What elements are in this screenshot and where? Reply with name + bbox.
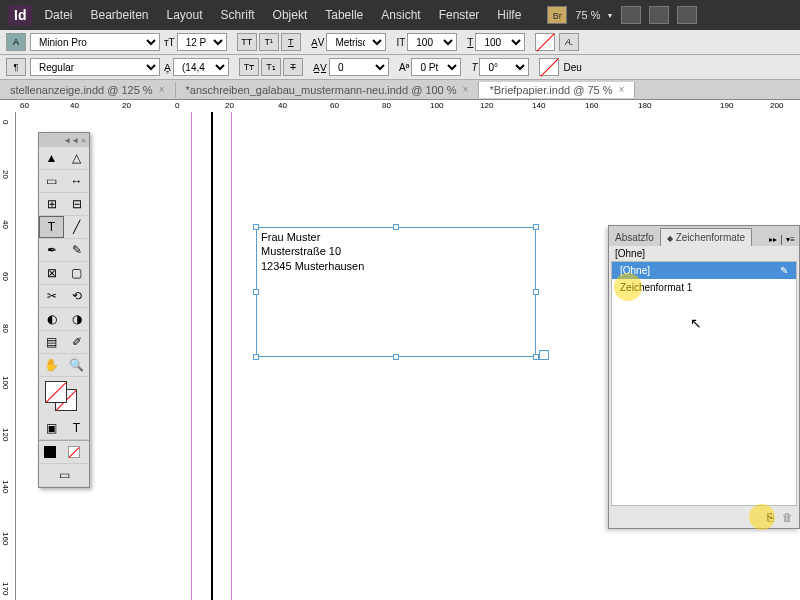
rectangle-tool[interactable]: ▢ bbox=[64, 262, 89, 284]
gradient-feather-tool[interactable]: ◑ bbox=[64, 308, 89, 330]
fill-swatch[interactable] bbox=[535, 33, 555, 51]
pencil-tool[interactable]: ✎ bbox=[64, 239, 89, 261]
resize-handle[interactable] bbox=[393, 224, 399, 230]
resize-handle[interactable] bbox=[253, 224, 259, 230]
vscale-icon: T bbox=[467, 37, 473, 48]
menu-layout[interactable]: Layout bbox=[167, 8, 203, 22]
document-tabs: stellenanzeige.indd @ 125 %× *anschreibe… bbox=[0, 80, 800, 100]
font-family-select[interactable]: Minion Pro bbox=[30, 33, 160, 51]
panel-menu-icon[interactable]: ▸▸ │ ▾≡ bbox=[765, 233, 799, 246]
style-none[interactable]: [Ohne]✎ bbox=[612, 262, 796, 279]
hand-tool[interactable]: ✋ bbox=[39, 354, 64, 376]
menu-object[interactable]: Objekt bbox=[273, 8, 308, 22]
tab-0[interactable]: stellenanzeige.indd @ 125 %× bbox=[0, 82, 176, 98]
apply-black-icon[interactable] bbox=[44, 446, 56, 458]
language-select[interactable]: Deu bbox=[563, 62, 581, 73]
current-style-label: [Ohne] bbox=[609, 246, 799, 261]
kerning-select[interactable]: Metrisch bbox=[326, 33, 386, 51]
underline-icon[interactable]: T bbox=[281, 33, 301, 51]
baseline-select[interactable]: 0 Pt bbox=[411, 58, 461, 76]
tracking-icon: A̲V̲ bbox=[313, 62, 327, 73]
gradient-swatch-tool[interactable]: ◐ bbox=[39, 308, 64, 330]
resize-handle[interactable] bbox=[253, 289, 259, 295]
panel-footer: ⎘ 🗑 bbox=[609, 506, 799, 528]
resize-handle[interactable] bbox=[393, 354, 399, 360]
menu-file[interactable]: Datei bbox=[44, 8, 72, 22]
frame-text[interactable]: Frau Muster Musterstraße 10 12345 Muster… bbox=[257, 228, 535, 275]
vscale-select[interactable]: 100 % bbox=[475, 33, 525, 51]
content-placer-tool[interactable]: ⊟ bbox=[64, 193, 89, 215]
resize-handle[interactable] bbox=[533, 224, 539, 230]
app-logo: Id bbox=[8, 5, 32, 25]
close-icon[interactable]: × bbox=[159, 84, 165, 95]
margin-guide bbox=[231, 112, 232, 600]
menu-view[interactable]: Ansicht bbox=[381, 8, 420, 22]
panel-grip[interactable]: ◄◄ × bbox=[39, 133, 89, 147]
leading-icon: A͇ bbox=[164, 62, 171, 73]
eyedropper-tool[interactable]: ✐ bbox=[64, 331, 89, 353]
vertical-ruler[interactable]: 020 4060 80100 120140 160170 bbox=[0, 112, 16, 600]
content-collector-tool[interactable]: ⊞ bbox=[39, 193, 64, 215]
hscale-select[interactable]: 100 % bbox=[407, 33, 457, 51]
strike-icon[interactable]: T bbox=[283, 58, 303, 76]
direct-selection-tool[interactable]: △ bbox=[64, 147, 89, 169]
view-mode-icon[interactable]: ▭ bbox=[39, 464, 89, 486]
note-tool[interactable]: ▤ bbox=[39, 331, 64, 353]
subscript-icon[interactable]: T₁ bbox=[261, 58, 281, 76]
line-tool[interactable]: ╱ bbox=[64, 216, 89, 238]
style-zeichenformat-1[interactable]: Zeichenformat 1 bbox=[612, 279, 796, 296]
free-transform-tool[interactable]: ⟲ bbox=[64, 285, 89, 307]
leading-select[interactable]: (14,4 Pt) bbox=[173, 58, 229, 76]
font-style-select[interactable]: Regular bbox=[30, 58, 160, 76]
text-frame[interactable]: Frau Muster Musterstraße 10 12345 Muster… bbox=[256, 227, 536, 357]
gap-tool[interactable]: ↔ bbox=[64, 170, 89, 192]
font-size-select[interactable]: 12 Pt bbox=[177, 33, 227, 51]
apply-color-icon[interactable]: ▣ bbox=[39, 417, 64, 439]
charstyle-icon[interactable]: A. bbox=[559, 33, 579, 51]
close-icon[interactable]: × bbox=[463, 84, 469, 95]
kerning-icon: A̲V bbox=[311, 37, 325, 48]
menu-help[interactable]: Hilfe bbox=[497, 8, 521, 22]
screen-mode-icon[interactable] bbox=[621, 6, 641, 24]
fill-stroke-swatch[interactable] bbox=[41, 379, 87, 415]
apply-none-icon[interactable] bbox=[61, 441, 86, 463]
zoom-level[interactable]: 75 %▼ bbox=[575, 9, 613, 21]
tab-1[interactable]: *anschreiben_galabau_mustermann-neu.indd… bbox=[176, 82, 480, 98]
character-styles-tab[interactable]: ◆ Zeichenformate bbox=[660, 228, 752, 246]
superscript-icon[interactable]: T¹ bbox=[259, 33, 279, 51]
page-tool[interactable]: ▭ bbox=[39, 170, 64, 192]
close-icon[interactable]: × bbox=[619, 84, 625, 95]
edit-icon[interactable]: ✎ bbox=[780, 265, 788, 276]
selection-tool[interactable]: ▲ bbox=[39, 147, 64, 169]
char-mode-icon[interactable]: A bbox=[6, 33, 26, 51]
resize-handle[interactable] bbox=[253, 354, 259, 360]
paragraph-styles-tab[interactable]: Absatzfo bbox=[609, 229, 660, 246]
delete-style-icon[interactable]: 🗑 bbox=[782, 511, 793, 523]
arrange-icon[interactable] bbox=[649, 6, 669, 24]
tab-2[interactable]: *Briefpapier.indd @ 75 %× bbox=[479, 82, 635, 98]
allcaps-icon[interactable]: TT bbox=[237, 33, 257, 51]
resize-handle[interactable] bbox=[533, 289, 539, 295]
rectangle-frame-tool[interactable]: ⊠ bbox=[39, 262, 64, 284]
pen-tool[interactable]: ✒ bbox=[39, 239, 64, 261]
styles-list: [Ohne]✎ Zeichenformat 1 bbox=[611, 261, 797, 506]
bridge-icon[interactable]: Br bbox=[547, 6, 567, 24]
menu-type[interactable]: Schrift bbox=[221, 8, 255, 22]
zoom-tool[interactable]: 🔍 bbox=[64, 354, 89, 376]
smallcaps-icon[interactable]: Tᴛ bbox=[239, 58, 259, 76]
menu-edit[interactable]: Bearbeiten bbox=[90, 8, 148, 22]
scissors-tool[interactable]: ✂ bbox=[39, 285, 64, 307]
para-mode-icon[interactable]: ¶ bbox=[6, 58, 26, 76]
menu-window[interactable]: Fenster bbox=[439, 8, 480, 22]
apply-text-icon[interactable]: T bbox=[64, 417, 89, 439]
menu-table[interactable]: Tabelle bbox=[325, 8, 363, 22]
out-port-icon[interactable] bbox=[539, 350, 549, 360]
workspace-icon[interactable] bbox=[677, 6, 697, 24]
control-bar-1: A Minion Pro тT 12 Pt TT T¹ T A̲V Metris… bbox=[0, 30, 800, 55]
baseline-icon: Aª bbox=[399, 62, 409, 73]
stroke-swatch[interactable] bbox=[539, 58, 559, 76]
skew-select[interactable]: 0° bbox=[479, 58, 529, 76]
type-tool[interactable]: T bbox=[39, 216, 64, 238]
tracking-select[interactable]: 0 bbox=[329, 58, 389, 76]
margin-guide bbox=[191, 112, 192, 600]
